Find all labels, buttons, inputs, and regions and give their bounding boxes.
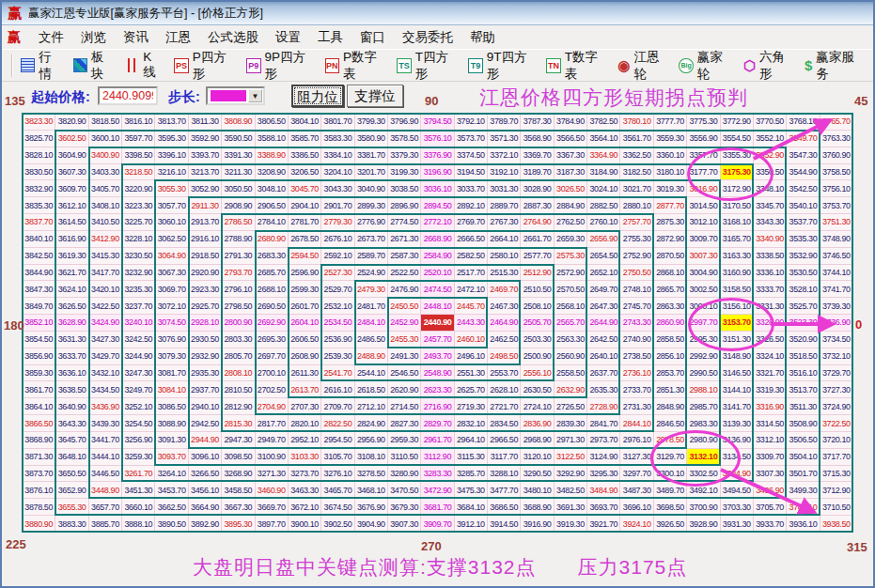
- p-square-button[interactable]: PSP四方形: [174, 49, 234, 83]
- combo-dropdown-arrow-icon[interactable]: ▼: [248, 89, 262, 102]
- grid-cell: 3655.30: [55, 499, 88, 516]
- grid-cell: 2971.30: [555, 432, 587, 449]
- grid-cell: 3177.70: [687, 164, 720, 181]
- grid-cell: 2954.50: [321, 432, 354, 449]
- grid-cell: 3542.50: [787, 180, 820, 197]
- menu-item[interactable]: 窗口: [352, 27, 394, 48]
- grid-cell: 3302.50: [687, 466, 720, 483]
- grid-cell: 3412.90: [89, 231, 122, 248]
- gann-square-grid: 3823.303820.903818.503816.103813.703811.…: [23, 114, 853, 533]
- t-table-button[interactable]: TNT数字表: [546, 49, 605, 83]
- start-price-input[interactable]: [98, 86, 158, 105]
- menu-item[interactable]: 资讯: [115, 27, 157, 48]
- winner-wheel-button[interactable]: Big赢家轮: [679, 49, 731, 83]
- grid-cell: 3436.90: [89, 398, 122, 415]
- grid-cell: 2673.70: [355, 231, 388, 248]
- p-table-button[interactable]: PNP数字表: [325, 49, 385, 83]
- grid-cell: 2580.10: [488, 248, 521, 265]
- grid-cell: 3026.50: [555, 180, 587, 197]
- grid-cell: 3297.70: [620, 466, 653, 483]
- grid-cell: 3648.10: [55, 449, 88, 466]
- resistance-button[interactable]: 阻力位: [291, 85, 344, 107]
- grid-cell: 3295.30: [587, 466, 620, 483]
- grid-cell: 2875.30: [654, 214, 687, 231]
- app-window: 赢 赢家江恩专业版[赢家服务平台] - [价格正方形] 赢 文件浏览资讯江恩公式…: [0, 0, 875, 588]
- grid-cell: 3684.10: [455, 499, 488, 516]
- grid-cell: 3184.90: [587, 164, 620, 181]
- grid-cell: 3060.10: [155, 214, 188, 231]
- grid-cell: 3134.50: [721, 449, 754, 466]
- grid-cell: 3504.10: [787, 449, 820, 466]
- grid-cell: 3540.10: [787, 197, 820, 214]
- grid-cell: 2781.70: [289, 214, 321, 231]
- menu-item[interactable]: 帮助: [461, 27, 504, 48]
- gann-wheel-button[interactable]: ◉江恩轮: [617, 49, 666, 83]
- grid-cell: 3751.30: [820, 214, 853, 231]
- toolbar-label: 9T四方形: [487, 49, 534, 83]
- grid-cell: 3328.90: [754, 315, 787, 332]
- menu-item[interactable]: 浏览: [72, 27, 115, 48]
- big-circle-icon: Big: [679, 58, 693, 73]
- kline-button[interactable]: K线: [126, 50, 162, 81]
- t-square-button[interactable]: TST四方形: [397, 49, 456, 83]
- grid-cell: 3921.70: [587, 516, 620, 533]
- step-combobox[interactable]: ▼: [206, 86, 265, 105]
- grid-cell: 3765.70: [820, 114, 853, 131]
- grid-cell: 3309.70: [754, 449, 787, 466]
- grid-cell: 3460.90: [256, 482, 289, 499]
- grid-cell: 3900.10: [289, 516, 321, 533]
- grid-cell: 3688.90: [521, 499, 554, 516]
- grid-cell: 3192.10: [488, 164, 521, 181]
- grid-cell: 2556.10: [521, 365, 554, 382]
- grid-cell: 3597.70: [122, 131, 155, 147]
- menu-bar: 赢 文件浏览资讯江恩公式选股设置工具窗口交易委托帮助: [2, 26, 873, 49]
- grid-cell: 3472.90: [421, 482, 454, 499]
- grid-cell: 2659.30: [555, 231, 587, 248]
- service-button[interactable]: $赢家服务: [805, 49, 861, 83]
- grid-cell: 2834.50: [488, 415, 521, 432]
- grid-cell: 3588.10: [256, 131, 289, 147]
- grid-cell: 3112.90: [421, 449, 454, 466]
- grid-cell: 2704.90: [256, 398, 289, 415]
- grid-cell: 3300.10: [654, 466, 687, 483]
- grid-cell: 3283.30: [421, 466, 454, 483]
- window-title: 赢家江恩专业版[赢家服务平台] - [价格正方形]: [28, 6, 263, 22]
- grid-cell: 3708.10: [787, 499, 820, 516]
- badge-icon: T9: [468, 58, 482, 73]
- grid-cell: 2767.30: [488, 214, 521, 231]
- grid-cell: 2616.10: [321, 381, 354, 398]
- support-button[interactable]: 支撑位: [347, 85, 403, 107]
- grid-cell: 3172.90: [721, 180, 754, 197]
- grid-cell: 2563.30: [555, 332, 587, 348]
- menu-item[interactable]: 公式选股: [199, 27, 267, 48]
- menu-item[interactable]: 设置: [267, 27, 309, 48]
- sectors-button[interactable]: 板块: [73, 49, 113, 83]
- hexagon-button[interactable]: ⬡六角形: [743, 49, 792, 83]
- grid-cell: 3064.90: [155, 248, 188, 265]
- grid-cell: 3595.30: [155, 131, 188, 147]
- grid-cell: 3760.90: [820, 147, 853, 164]
- grid-cell: 3657.70: [89, 499, 122, 516]
- grid-cell: 3835.30: [23, 197, 55, 214]
- 9t-square-button[interactable]: T99T四方形: [468, 49, 534, 83]
- grid-cell: 2952.10: [289, 432, 321, 449]
- grid-cell: 2800.90: [222, 315, 255, 332]
- grid-cell: 3146.50: [721, 365, 754, 382]
- grid-cell: 3240.10: [122, 315, 155, 332]
- grid-cell: 2493.70: [421, 348, 454, 365]
- menu-item[interactable]: 工具: [309, 27, 352, 48]
- menu-item[interactable]: 交易委托: [394, 27, 461, 48]
- menu-item[interactable]: 江恩: [157, 27, 199, 48]
- grid-cell: 2534.50: [321, 315, 354, 332]
- badge-icon: PS: [174, 58, 188, 73]
- grid-cell: 3748.90: [820, 231, 853, 248]
- grid-cell: 2820.10: [289, 415, 321, 432]
- grid-cell: 3864.10: [23, 398, 55, 415]
- grid-cell: 2848.90: [654, 398, 687, 415]
- grid-cell: 3448.90: [89, 482, 122, 499]
- 9p-square-button[interactable]: P99P四方形: [246, 49, 313, 83]
- menu-item[interactable]: 文件: [30, 27, 72, 48]
- grid-cell: 3516.10: [787, 365, 820, 382]
- grid-cell: 2652.10: [587, 265, 620, 282]
- quotes-button[interactable]: 行情: [21, 49, 61, 83]
